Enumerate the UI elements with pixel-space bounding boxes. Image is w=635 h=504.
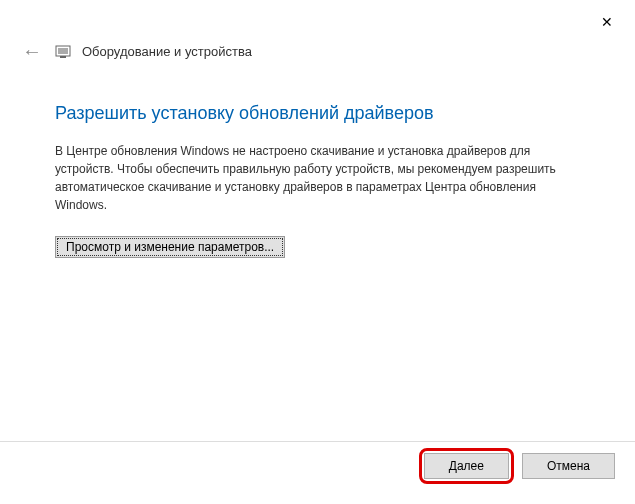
page-title: Оборудование и устройства [82, 44, 252, 59]
next-button[interactable]: Далее [424, 453, 509, 479]
troubleshooter-window: ✕ ← Оборудование и устройства Разрешить … [0, 0, 635, 504]
back-arrow-icon[interactable]: ← [20, 40, 44, 63]
header-row: ← Оборудование и устройства [0, 40, 635, 73]
cancel-button[interactable]: Отмена [522, 453, 615, 479]
footer-buttons: Далее Отмена [419, 448, 615, 484]
svg-rect-1 [58, 48, 68, 54]
main-heading: Разрешить установку обновлений драйверов [55, 103, 580, 124]
description-text: В Центре обновления Windows не настроено… [55, 142, 580, 214]
svg-rect-2 [60, 56, 66, 58]
highlight-annotation: Далее [419, 448, 514, 484]
titlebar: ✕ [0, 0, 635, 40]
close-button[interactable]: ✕ [591, 8, 623, 36]
content-area: Разрешить установку обновлений драйверов… [0, 73, 635, 258]
view-settings-button[interactable]: Просмотр и изменение параметров... [55, 236, 285, 258]
hardware-icon [54, 43, 72, 61]
footer-divider [0, 441, 635, 442]
